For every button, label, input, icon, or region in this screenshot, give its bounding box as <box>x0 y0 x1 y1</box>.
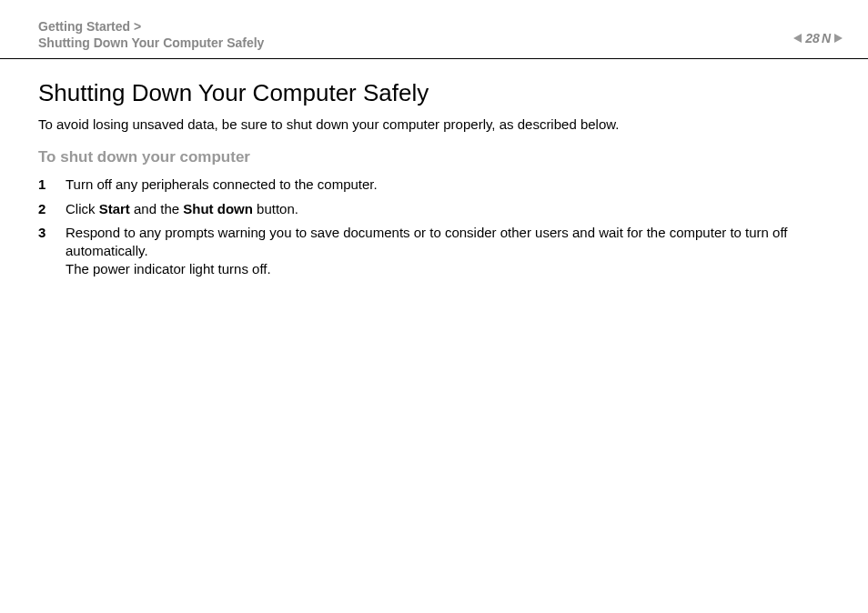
list-item: 2 Click Start and the Shut down button. <box>38 200 830 218</box>
nav-prev-icon[interactable] <box>793 34 802 43</box>
steps-list: 1 Turn off any peripherals connected to … <box>38 176 830 278</box>
subheading: To shut down your computer <box>38 148 830 166</box>
page-nav: 28 N <box>793 18 843 45</box>
main-content: Shutting Down Your Computer Safely To av… <box>0 59 868 278</box>
list-item: 1 Turn off any peripherals connected to … <box>38 176 830 194</box>
intro-text: To avoid losing unsaved data, be sure to… <box>38 116 830 132</box>
step-number: 3 <box>38 224 49 242</box>
page-title: Shutting Down Your Computer Safely <box>38 79 830 107</box>
breadcrumb: Getting Started > Shutting Down Your Com… <box>38 18 264 51</box>
step-number: 1 <box>38 176 49 194</box>
step-text: Click Start and the Shut down button. <box>66 200 830 218</box>
nav-next-icon[interactable] <box>834 34 843 43</box>
list-item: 3 Respond to any prompts warning you to … <box>38 224 830 279</box>
page-header: Getting Started > Shutting Down Your Com… <box>0 0 868 59</box>
step-number: 2 <box>38 200 49 218</box>
step-text: Respond to any prompts warning you to sa… <box>66 224 830 279</box>
breadcrumb-line2: Shutting Down Your Computer Safely <box>38 35 264 51</box>
breadcrumb-line1: Getting Started > <box>38 18 264 35</box>
page-n-label: N <box>822 31 831 45</box>
page-number: 28 <box>805 31 820 45</box>
step-text: Turn off any peripherals connected to th… <box>66 176 830 194</box>
